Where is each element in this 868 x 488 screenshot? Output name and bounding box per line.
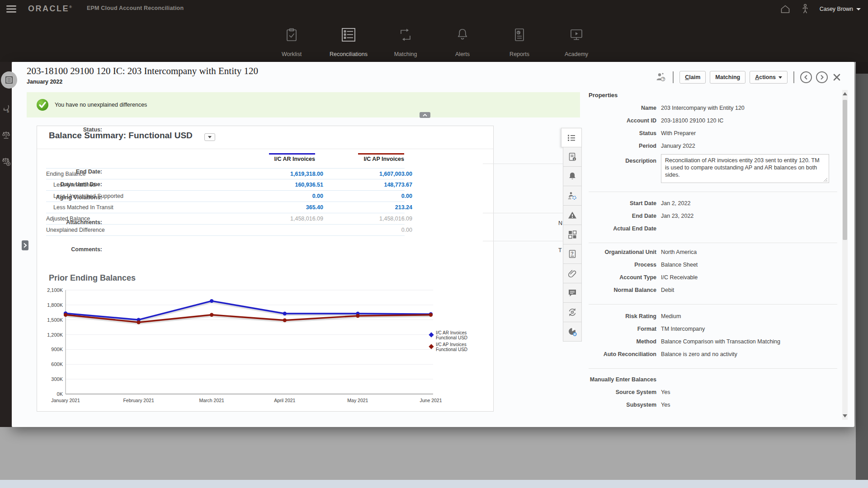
toolbar-dashboard-button[interactable]	[563, 225, 582, 244]
toolbar-refresh-button[interactable]	[563, 303, 582, 322]
sidebar-item-adjustments-add[interactable]	[1, 157, 11, 168]
pie-clock-icon	[567, 327, 577, 337]
divider	[37, 149, 493, 149]
page-scroll-band-cap	[856, 62, 868, 74]
svg-text:1,200K: 1,200K	[47, 332, 63, 338]
previous-record-button[interactable]	[800, 71, 812, 83]
description-textarea[interactable]: Reconciliation of AR invoices entity 203…	[661, 154, 829, 183]
organizational-unit-value: North America	[661, 249, 840, 255]
risk-rating-label: Risk Rating	[534, 313, 656, 319]
divider	[589, 368, 837, 369]
ap-value-link[interactable]: 0.00	[335, 191, 412, 202]
subsystem-value: Yes	[661, 402, 840, 408]
toolbar-history-button[interactable]	[563, 322, 582, 342]
document-info-icon: i	[567, 152, 577, 162]
collapse-summary-button[interactable]	[420, 112, 430, 118]
accessibility-person-icon[interactable]	[801, 4, 810, 14]
nav-item-reconciliations[interactable]: Reconciliations	[320, 26, 377, 57]
scroll-up-arrow[interactable]	[843, 92, 847, 95]
toolbar-summary-list-button[interactable]	[561, 128, 582, 147]
toolbar-attachments-button[interactable]	[563, 264, 582, 283]
ar-value-link[interactable]: 1,619,318.00	[246, 169, 323, 179]
nav-item-matching[interactable]: Matching	[377, 26, 434, 57]
status-label: Status:	[12, 127, 102, 133]
user-menu[interactable]: Casey Brown	[820, 6, 861, 12]
ap-value-link[interactable]: 213.24	[335, 202, 412, 213]
actions-button[interactable]: Actions	[750, 71, 788, 84]
divider	[589, 192, 837, 192]
ar-value-link[interactable]: 0.00	[246, 191, 323, 202]
svg-text:April 2021: April 2021	[274, 398, 295, 403]
toolbar-questions-button[interactable]: ?	[563, 244, 582, 264]
assignee-help-icon[interactable]: ?	[655, 72, 667, 83]
toolbar-properties-button[interactable]: i	[563, 147, 582, 167]
money-flow-icon: $	[1, 104, 11, 113]
close-icon[interactable]	[832, 72, 842, 82]
manually-enter-balances-label: Manually Enter Balances	[534, 376, 656, 383]
scrollbar-thumb[interactable]	[843, 100, 847, 240]
ap-column-accent	[358, 153, 404, 155]
period-label: Period	[534, 143, 656, 149]
list-icon	[5, 76, 13, 84]
claim-button[interactable]: Claim	[679, 71, 706, 84]
actual-end-date-label: Actual End Date	[534, 225, 656, 232]
home-icon[interactable]	[780, 4, 791, 14]
source-system-label: Source System	[534, 389, 656, 395]
svg-text:$: $	[7, 109, 9, 113]
format-label: Format	[534, 326, 656, 332]
name-value: 203 Intercompany with Entity 120	[661, 105, 840, 111]
nav-item-academy[interactable]: Academy	[548, 26, 605, 57]
method-value: Balance Comparison with Transaction Matc…	[661, 338, 840, 345]
process-value: Balance Sheet	[661, 262, 840, 268]
hamburger-menu-icon[interactable]	[6, 5, 16, 14]
nav-item-reports[interactable]: Reports	[491, 26, 548, 57]
user-name: Casey Brown	[820, 6, 853, 12]
toolbar-comments-button[interactable]	[563, 283, 582, 303]
account-id-label: Account ID	[534, 117, 656, 124]
sidebar-item-reconciliations[interactable]	[1, 71, 17, 89]
scroll-down-arrow[interactable]	[843, 414, 847, 418]
svg-text:1,800K: 1,800K	[47, 302, 63, 308]
dialog-period: January 2022	[27, 79, 62, 85]
comments-label: Comments:	[12, 246, 102, 253]
title-bar: ORACLE® EPM Cloud Account Reconciliation…	[0, 0, 868, 18]
main-nav: Worklist Reconciliations Matching Alerts…	[0, 26, 868, 57]
nav-item-alerts[interactable]: Alerts	[434, 26, 491, 57]
bell-icon	[456, 26, 469, 44]
matching-button[interactable]: Matching	[710, 71, 745, 84]
toolbar-workflow-button[interactable]	[563, 186, 582, 206]
ap-value-link[interactable]: 148,773.67	[335, 179, 412, 190]
properties-scrollbar[interactable]	[842, 90, 848, 420]
aging-violations-label: Aging Violations:	[12, 194, 102, 201]
currency-bucket-dropdown[interactable]	[204, 133, 215, 141]
svg-text:June 2021: June 2021	[420, 398, 442, 403]
attachments-label: Attachments:	[12, 219, 102, 225]
svg-text:?: ?	[571, 251, 574, 256]
nav-item-worklist[interactable]: Worklist	[263, 26, 320, 57]
ar-column-accent	[269, 153, 315, 155]
svg-text:March 2021: March 2021	[199, 398, 224, 403]
y-tick-labels: 2,100K 1,800K 1,500K 1,200K 900K 600K 30…	[47, 287, 63, 397]
days-until-due-label: Days Until Due:	[12, 181, 102, 188]
ap-series-marker	[429, 344, 434, 349]
svg-text:i: i	[574, 158, 575, 161]
properties-header: Properties	[589, 92, 618, 99]
ar-value-link[interactable]: 365.40	[246, 202, 323, 213]
risk-rating-value: Medium	[661, 313, 840, 319]
ap-value-link[interactable]: 1,607,003.00	[335, 169, 412, 179]
subsystem-label: Subsystem	[534, 402, 656, 408]
ar-value-link[interactable]: 160,936.51	[246, 179, 323, 190]
format-value: TM Intercompany	[661, 326, 840, 332]
resize-handle-icon[interactable]	[823, 178, 828, 182]
bottom-page-strip	[0, 480, 868, 488]
svg-text:May 2021: May 2021	[347, 398, 368, 403]
next-record-button[interactable]	[816, 71, 828, 83]
balance-summary-card: Balance Summary: Functional USD I/C AR I…	[37, 126, 494, 412]
svg-text:600K: 600K	[51, 361, 63, 367]
method-label: Method	[534, 338, 656, 345]
svg-text:0K: 0K	[57, 391, 63, 397]
sidebar-item-adjustments[interactable]	[1, 130, 11, 141]
sidebar-item-transactions[interactable]: $	[1, 104, 11, 115]
toolbar-alerts-button[interactable]	[563, 167, 582, 186]
toolbar-warnings-button[interactable]	[563, 206, 582, 225]
